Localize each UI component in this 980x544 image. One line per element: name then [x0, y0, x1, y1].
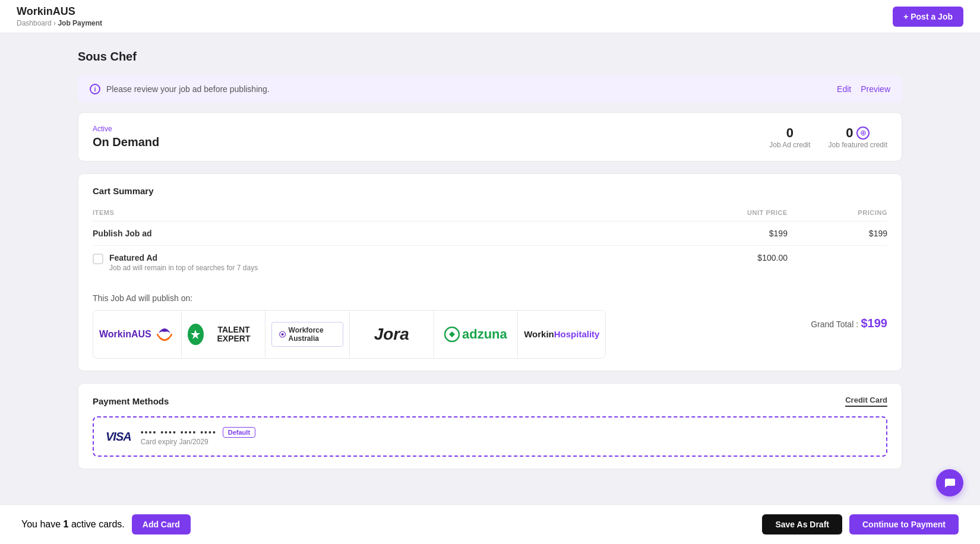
- featured-ad-info: Featured Ad Job ad will remain in top of…: [109, 253, 258, 272]
- plan-card: Active On Demand 0 Job Ad credit 0 ⊕ Job…: [78, 112, 902, 162]
- post-job-button[interactable]: + Post a Job: [893, 7, 963, 27]
- preview-button[interactable]: Preview: [861, 84, 890, 94]
- table-row-featured: Featured Ad Job ad will remain in top of…: [93, 246, 887, 280]
- continue-to-payment-button[interactable]: Continue to Payment: [849, 514, 959, 534]
- default-badge: Default: [223, 427, 255, 438]
- job-ad-credit: 0 Job Ad credit: [769, 125, 810, 149]
- col-unit-price: UNIT PRICE: [652, 204, 788, 222]
- card-expiry: Card expiry Jan/2029: [141, 438, 255, 446]
- job-featured-credit: 0 ⊕ Job featured credit: [829, 125, 887, 149]
- item-unit-price-publish: $199: [652, 222, 788, 246]
- payment-section: Payment Methods Credit Card VISA •••• ••…: [78, 383, 902, 469]
- header-left: WorkinAUS Dashboard › Job Payment: [17, 5, 102, 27]
- publisher-logos: WorkinAUS: [93, 310, 606, 359]
- job-credit-info-button[interactable]: ⊕: [856, 126, 870, 140]
- edit-button[interactable]: Edit: [837, 84, 851, 94]
- talent-expert-icon: [188, 324, 204, 345]
- item-pricing-publish: $199: [788, 222, 887, 246]
- breadcrumb-home[interactable]: Dashboard: [17, 19, 52, 27]
- add-card-button[interactable]: Add Card: [132, 514, 191, 534]
- cart-inner: Cart Summary ITEMS UNIT PRICE PRICING Pu…: [78, 174, 902, 371]
- info-banner-actions: Edit Preview: [837, 84, 890, 94]
- on-demand-section: Active On Demand 0 Job Ad credit 0 ⊕ Job…: [78, 113, 902, 161]
- page-title: Sous Chef: [78, 50, 902, 64]
- header: WorkinAUS Dashboard › Job Payment + Post…: [0, 0, 980, 33]
- credit-card-tab[interactable]: Credit Card: [845, 396, 887, 407]
- featured-ad-name: Featured Ad: [109, 253, 258, 262]
- job-ad-credit-count: 0: [769, 125, 810, 141]
- col-pricing: PRICING: [788, 204, 887, 222]
- app-logo: WorkinAUS: [17, 5, 102, 18]
- card-details: •••• •••• •••• •••• Default Card expiry …: [141, 427, 255, 446]
- publish-section: This Job Ad will publish on: WorkinAUS: [93, 293, 606, 359]
- info-banner-text: Please review your job ad before publish…: [106, 84, 270, 94]
- job-ad-credit-label: Job Ad credit: [769, 141, 810, 149]
- jora-label: Jora: [374, 325, 409, 344]
- info-icon: i: [90, 84, 100, 94]
- payment-title: Payment Methods: [93, 396, 169, 406]
- main-content: Sous Chef i Please review your job ad be…: [56, 33, 924, 539]
- grand-total-label: Grand Total :: [811, 320, 858, 329]
- card-entry[interactable]: VISA •••• •••• •••• •••• Default Card ex…: [93, 416, 887, 457]
- publisher-workforce-australia: Workforce Australia: [265, 311, 350, 358]
- featured-ad-checkbox-wrap: Featured Ad Job ad will remain in top of…: [93, 253, 652, 272]
- footer-bar: You have 1 active cards. Add Card Save A…: [0, 504, 980, 544]
- item-featured-ad: Featured Ad Job ad will remain in top of…: [93, 246, 652, 280]
- featured-ad-checkbox[interactable]: [93, 254, 103, 264]
- grand-total-row: This Job Ad will publish on: WorkinAUS: [93, 279, 887, 359]
- svg-point-2: [282, 333, 284, 336]
- featured-ad-description: Job ad will remain in top of searches fo…: [109, 264, 258, 272]
- col-items: ITEMS: [93, 204, 652, 222]
- info-banner-message: i Please review your job ad before publi…: [90, 84, 270, 94]
- table-row: Publish Job ad $199 $199: [93, 222, 887, 246]
- job-featured-credit-count: 0: [846, 125, 853, 141]
- publisher-workinaus: WorkinAUS: [93, 311, 182, 358]
- cart-table: ITEMS UNIT PRICE PRICING Publish Job ad …: [93, 204, 887, 279]
- publisher-talent-expert: TALENT EXPERT: [182, 311, 266, 358]
- visa-logo: VISA: [106, 430, 131, 444]
- active-cards-text: You have 1 active cards.: [21, 519, 125, 530]
- breadcrumb: Dashboard › Job Payment: [17, 19, 102, 27]
- job-featured-credit-label: Job featured credit: [829, 141, 887, 149]
- info-banner: i Please review your job ad before publi…: [78, 75, 902, 103]
- footer-left: You have 1 active cards. Add Card: [21, 514, 191, 534]
- svg-marker-0: [191, 330, 200, 339]
- talent-expert-label: TALENT EXPERT: [208, 325, 260, 344]
- breadcrumb-current: Job Payment: [58, 19, 102, 27]
- plan-name: On Demand: [93, 135, 159, 149]
- grand-total: Grand Total : $199: [811, 317, 887, 330]
- adzuna-label: adzuna: [462, 327, 507, 342]
- publisher-jora: Jora: [350, 311, 434, 358]
- save-draft-button[interactable]: Save As Draft: [762, 514, 842, 534]
- cart-card: Cart Summary ITEMS UNIT PRICE PRICING Pu…: [78, 173, 902, 371]
- chat-button[interactable]: [936, 469, 963, 496]
- workin-hospitality-label: WorkinHospitality: [524, 329, 599, 340]
- card-number-masked: •••• •••• •••• ••••: [141, 428, 217, 437]
- featured-ad-price: $100.00: [652, 246, 788, 280]
- publish-title: This Job Ad will publish on:: [93, 293, 606, 303]
- workforce-australia-label: Workforce Australia: [289, 326, 336, 343]
- plan-info: Active On Demand: [93, 125, 159, 149]
- grand-total-amount: $199: [861, 317, 888, 330]
- cart-title: Cart Summary: [93, 186, 887, 196]
- payment-header: Payment Methods Credit Card: [93, 396, 887, 407]
- publisher-adzuna: adzuna: [434, 311, 519, 358]
- footer-right: Save As Draft Continue to Payment: [762, 514, 959, 534]
- publisher-workin-hospitality: WorkinHospitality: [518, 311, 605, 358]
- credits-row: 0 Job Ad credit 0 ⊕ Job featured credit: [769, 125, 887, 149]
- item-name-publish: Publish Job ad: [93, 222, 652, 246]
- plan-status: Active: [93, 125, 159, 133]
